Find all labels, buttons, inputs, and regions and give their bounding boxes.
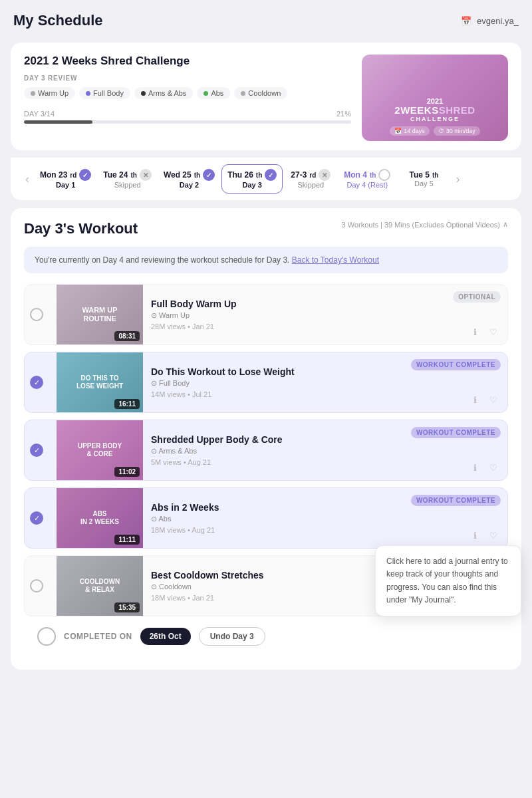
page-title: My Schedule <box>13 12 102 29</box>
thumb-loseweight: DO THIS TOLOSE WEIGHT 16:11 <box>57 352 143 412</box>
tag-cooldown: Cooldown <box>234 87 287 99</box>
workout-meta: 3 Workouts | 39 Mins (Excludes Optional … <box>342 220 508 229</box>
challenge-title: 2021 2 Weeks Shred Challenge <box>24 55 351 68</box>
prev-day-nav[interactable]: ‹ <box>21 172 33 186</box>
badge-optional-warmup: OPTIONAL <box>453 291 501 303</box>
progress-fill <box>24 120 92 124</box>
check-circle[interactable] <box>30 308 43 321</box>
heart-icon-upperbody[interactable]: ♡ <box>486 460 501 475</box>
tag-dot <box>203 91 208 96</box>
day-item-wed25[interactable]: Wed 25th ✓ Day 2 <box>158 165 220 193</box>
tag-dot <box>241 91 245 96</box>
info-icon-loseweight[interactable]: ℹ <box>467 392 482 407</box>
heart-icon-abs[interactable]: ♡ <box>486 528 501 543</box>
next-day-nav[interactable]: › <box>452 172 464 186</box>
info-icon-upperbody[interactable]: ℹ <box>467 460 482 475</box>
check-circle-checked[interactable]: ✓ <box>30 376 43 389</box>
duration-upperbody: 11:02 <box>114 467 140 477</box>
thumb-upperbody: UPPER BODY& CORE 11:02 <box>57 420 143 480</box>
check-circle[interactable] <box>30 579 43 593</box>
thumb-stat-days: 📅 14 days <box>390 126 430 136</box>
tag-armsabs: Arms & Abs <box>134 87 193 99</box>
duration-cooldown: 15:35 <box>114 602 140 612</box>
duration-warmup: 08:31 <box>114 331 140 341</box>
completed-section: Completed On 26th Oct Undo Day 3 <box>24 616 508 656</box>
day-status-cross: ✕ <box>140 169 152 181</box>
thumb-warmup: WARM UPROUTINE 08:31 <box>57 285 143 344</box>
item-check-cooldown[interactable] <box>25 556 49 616</box>
tooltip-text: Click here to add a journal entry to kee… <box>386 557 508 604</box>
day-item-thu26[interactable]: Thu 26th ✓ Day 3 <box>221 164 283 194</box>
progress-pct: 21% <box>336 110 351 118</box>
workout-item-warmup[interactable]: WARM UPROUTINE 08:31 Full Body Warm Up ⊙… <box>24 284 508 345</box>
day-status-check: ✓ <box>79 169 91 181</box>
tag-abs: Abs <box>197 87 230 99</box>
duration-loseweight: 16:11 <box>114 399 140 409</box>
challenge-card: ∧ 2021 2 Weeks Shred Challenge DAY 3 REV… <box>11 43 521 150</box>
tag-fullbody: Full Body <box>79 87 130 99</box>
heart-icon-loseweight[interactable]: ♡ <box>486 392 501 407</box>
user-label[interactable]: evgeni.ya_ <box>477 16 519 26</box>
tag-warmup: Warm Up <box>24 87 75 99</box>
tag-dot <box>86 91 90 96</box>
progress-bar <box>24 120 351 124</box>
tag-dot <box>141 91 146 96</box>
day-status-cross: ✕ <box>319 169 331 181</box>
thumb-abs: ABSIN 2 WEEKS 11:11 <box>57 488 143 548</box>
header: My Schedule 📅 evgeni.ya_ <box>0 0 532 36</box>
workout-item-upperbody[interactable]: ✓ UPPER BODY& CORE 11:02 Shredded Upper … <box>24 420 508 481</box>
completed-circle[interactable] <box>37 627 56 646</box>
tag-dot <box>31 91 35 96</box>
item-check-abs[interactable]: ✓ <box>25 488 49 548</box>
info-icon-abs[interactable]: ℹ <box>467 528 482 543</box>
collapse-workout-icon[interactable]: ∧ <box>503 220 508 229</box>
workout-item-abs[interactable]: ✓ ABSIN 2 WEEKS 11:11 Abs in 2 Weeks ⊙ A… <box>24 487 508 549</box>
day-item-mon23[interactable]: Mon 23rd ✓ Day 1 <box>35 165 96 193</box>
item-check-loseweight[interactable]: ✓ <box>25 352 49 412</box>
thumb-title: 2021 2WEEKSSHRED CHALLENGE <box>367 97 503 123</box>
tags-list: Warm Up Full Body Arms & Abs Abs Cooldow… <box>24 87 351 99</box>
thumb-stat-min: ⏱ 30 min/day <box>434 126 480 136</box>
day-review-label: DAY 3 REVIEW <box>24 74 351 82</box>
day-item-tue5[interactable]: Tue 5th Day 5 <box>397 166 450 192</box>
workout-title: Day 3's Workout <box>24 220 138 237</box>
day-selector: ‹ Mon 23rd ✓ Day 1 Tue 24th ✕ Skipped We… <box>11 157 521 200</box>
thumb-cooldown: COOLDOWN& RELAX 15:35 <box>57 556 143 616</box>
back-to-today-link[interactable]: Back to Today's Workout <box>292 255 379 265</box>
item-check-upperbody[interactable]: ✓ <box>25 420 49 480</box>
check-circle-checked[interactable]: ✓ <box>30 444 43 457</box>
challenge-thumbnail[interactable]: 2021 2WEEKSSHRED CHALLENGE 📅 14 days ⏱ 3… <box>362 55 508 141</box>
day-status-check: ✓ <box>265 169 277 181</box>
duration-abs: 11:11 <box>114 535 140 545</box>
day-status-outline <box>378 169 390 181</box>
header-icons: 📅 evgeni.ya_ <box>461 16 519 26</box>
completed-label: Completed On <box>64 632 132 641</box>
tooltip-popup: Click here to add a journal entry to kee… <box>375 545 521 616</box>
completed-date-button[interactable]: 26th Oct <box>140 628 191 645</box>
info-icon-warmup[interactable]: ℹ <box>467 325 482 339</box>
calendar-icon[interactable]: 📅 <box>461 16 471 26</box>
badge-complete-upperbody: WORKOUT COMPLETE <box>411 427 501 438</box>
day-item-tue24[interactable]: Tue 24th ✕ Skipped <box>98 165 157 193</box>
progress-section: DAY 3/14 21% <box>24 110 351 124</box>
info-banner: You're currently on Day 4 and reviewing … <box>24 247 508 273</box>
day-item-27[interactable]: 27-3rd ✕ Skipped <box>284 165 337 193</box>
undo-button[interactable]: Undo Day 3 <box>199 627 265 646</box>
heart-icon-warmup[interactable]: ♡ <box>486 325 501 339</box>
workout-item-loseweight[interactable]: ✓ DO THIS TOLOSE WEIGHT 16:11 Do This Wo… <box>24 352 508 413</box>
check-circle-checked[interactable]: ✓ <box>30 511 43 525</box>
progress-label: DAY 3/14 <box>24 110 55 118</box>
day-status-check: ✓ <box>203 169 215 181</box>
item-check-warmup[interactable] <box>25 285 49 344</box>
badge-complete-abs: WORKOUT COMPLETE <box>411 495 501 506</box>
badge-complete-loseweight: WORKOUT COMPLETE <box>411 359 501 370</box>
day-item-mon4[interactable]: Mon 4th Day 4 (Rest) <box>338 165 396 193</box>
